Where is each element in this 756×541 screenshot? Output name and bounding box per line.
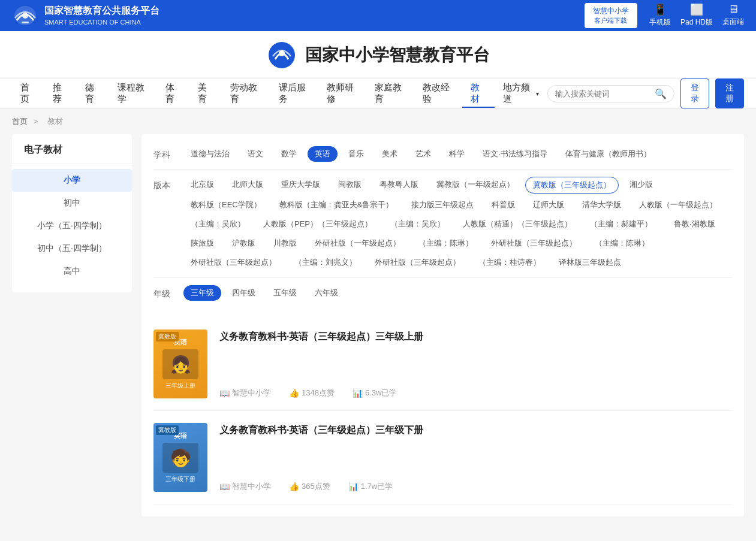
tag-wai1[interactable]: 外研社版（一年级起点） [308,235,408,251]
tag-pep3-ed[interactable]: （主编：吴欣） [383,216,452,232]
tag-liaoshi[interactable]: 辽师大版 [526,197,571,213]
nav-item-moral[interactable]: 德育 [77,79,109,108]
pad-icon: ⬜ [690,3,703,16]
tag-wai3[interactable]: 外研社版（三年级起点） [484,235,584,251]
nav-item-afterschool[interactable]: 课后服务 [270,79,318,108]
nav-item-textbook[interactable]: 教材 [462,79,495,108]
nav-item-labor[interactable]: 劳动教育 [222,79,270,108]
subject-label: 学科 [153,146,183,161]
tag-grade3[interactable]: 三年级 [183,285,221,301]
sidebar: 电子教材 小学 初中 小学（五·四学制） 初中（五·四学制） 高中 [12,134,132,292]
tag-qinghua[interactable]: 清华大学版 [575,197,628,213]
source-icon-1: 📖 [219,388,230,398]
tag-gong[interactable]: 教科版（主编：龚亚夫&鲁宗干） [272,197,401,213]
tag-ji1[interactable]: 冀教版（一年级起点） [429,177,522,194]
search-box: 🔍 [547,85,674,102]
register-button[interactable]: 注册 [715,78,744,108]
like-icon-1: 👍 [289,388,299,398]
search-input[interactable] [555,89,651,98]
main-content: 电子教材 小学 初中 小学（五·四学制） 初中（五·四学制） 高中 学科 道德与… [0,134,756,528]
tag-wai3b[interactable]: 外研社版（三年级起点） [183,255,284,270]
platform-logo-icon [267,40,297,70]
breadcrumb-current: 教材 [47,117,63,126]
tag-grade5[interactable]: 五年级 [266,285,304,301]
subject-tags: 道德与法治 语文 数学 英语 音乐 美术 艺术 科学 语文·书法练习指导 体育与… [183,146,732,162]
tag-kepu[interactable]: 科普版 [484,197,522,213]
tag-ren1-ed[interactable]: （主编：吴欣） [183,216,252,232]
tag-ren1[interactable]: 人教版（一年级起点） [632,197,724,213]
login-button[interactable]: 登录 [680,78,709,108]
tag-math[interactable]: 数学 [274,146,304,162]
nav-item-curriculum[interactable]: 课程教学 [109,79,157,108]
tag-calligraphy[interactable]: 语文·书法练习指导 [475,146,555,162]
tag-wai3-ed[interactable]: （主编：陈琳） [588,235,656,251]
sidebar-item-high[interactable]: 高中 [12,260,132,283]
search-icon[interactable]: 🔍 [655,88,667,99]
tag-english[interactable]: 英语 [308,146,338,162]
book-source-2: 📖 智慧中小学 [219,481,271,492]
tag-wai3c-ed[interactable]: （主编：桂诗春） [471,255,548,270]
subject-filter-row: 学科 道德与法治 语文 数学 英语 音乐 美术 艺术 科学 语文·书法练习指导 … [153,146,732,170]
book-title-2[interactable]: 义务教育教科书·英语（三年级起点）三年级下册 [219,423,732,437]
tag-pep3[interactable]: 人教版（PEP）（三年级起点） [256,216,379,232]
tag-wai3b-ed[interactable]: （主编：刘兆义） [287,255,364,270]
tag-min[interactable]: 闽教版 [331,177,369,194]
breadcrumb-home[interactable]: 首页 [12,117,28,126]
grade-tags: 三年级 四年级 五年级 六年级 [183,285,732,301]
tag-xiang[interactable]: 湘少版 [622,177,660,194]
book-likes-1: 👍 1348点赞 [289,388,335,398]
tag-jt3-ed[interactable]: （主编：郝建平） [583,216,659,232]
nav-bar: 首页 推荐 德育 课程教学 体育 美育 劳动教育 课后服务 教师研修 家庭教育 … [0,79,756,109]
tag-wai1-ed[interactable]: （主编：陈琳） [411,235,480,251]
nav-item-teacher[interactable]: 教师研修 [318,79,366,108]
tag-wai3c[interactable]: 外研社版（三年级起点） [368,255,468,270]
tag-grade4[interactable]: 四年级 [225,285,263,301]
tag-chuan[interactable]: 川教版 [266,235,304,251]
top-bar-right: 智慧中小学 客户端下载 📱 手机版 ⬜ Pad HD版 🖥 桌面端 [585,3,744,28]
tag-jt3[interactable]: 人教版（精通）（三年级起点） [456,216,579,232]
book-cover-1[interactable]: 英语 👧 三年级上册 冀教版 [153,330,207,398]
sidebar-item-primary-5-4[interactable]: 小学（五·四学制） [12,214,132,237]
tag-chinese[interactable]: 语文 [240,146,270,162]
book-list: 英语 👧 三年级上册 冀教版 义务教育教科书·英语（三年级起点）三年级上册 📖 … [153,318,732,504]
tag-moral[interactable]: 道德与法治 [183,146,237,162]
tag-bsd[interactable]: 北师大版 [225,177,270,194]
nav-item-recommend[interactable]: 推荐 [44,79,77,108]
nav-item-arts[interactable]: 美育 [189,79,222,108]
device-pad-link[interactable]: ⬜ Pad HD版 [680,3,713,28]
mobile-icon: 📱 [653,3,667,16]
breadcrumb: 首页 > 教材 [0,109,756,134]
sidebar-item-junior-5-4[interactable]: 初中（五·四学制） [12,237,132,260]
tag-lu-xiang[interactable]: 鲁教·湘教版 [667,216,722,232]
edition-filter-row: 版本 北京版 北师大版 重庆大学版 闽教版 粤教粤人版 冀教版（一年级起点） 冀… [153,177,732,278]
tag-pe[interactable]: 体育与健康（教师用书） [558,146,658,162]
tag-art[interactable]: 美术 [375,146,405,162]
nav-item-sports[interactable]: 体育 [157,79,189,108]
nav-item-home[interactable]: 首页 [12,79,44,108]
tag-arts[interactable]: 艺术 [408,146,438,162]
nav-item-family[interactable]: 家庭教育 [366,79,414,108]
tag-science[interactable]: 科学 [442,146,472,162]
nav-item-reform[interactable]: 教改经验 [414,79,462,108]
platform-bar: 国家中小学智慧教育平台 [0,31,756,79]
tag-ji3[interactable]: 冀教版（三年级起点） [525,177,619,194]
device-mobile-link[interactable]: 📱 手机版 [649,3,671,28]
book-title-1[interactable]: 义务教育教科书·英语（三年级起点）三年级上册 [219,330,732,344]
tag-yue[interactable]: 粤教粤人版 [372,177,426,194]
tag-music[interactable]: 音乐 [341,146,371,162]
tag-eec[interactable]: 教科版（EEC学院） [183,197,269,213]
device-desktop-link[interactable]: 🖥 桌面端 [722,3,744,28]
tag-cqu[interactable]: 重庆大学版 [274,177,327,194]
book-source-1: 📖 智慧中小学 [219,388,271,398]
tag-hu[interactable]: 沪教版 [225,235,263,251]
tag-yilin[interactable]: 译林版三年级起点 [552,255,628,270]
sidebar-item-junior[interactable]: 初中 [12,192,132,214]
book-cover-2[interactable]: 英语 🧒 三年级下册 冀教版 [153,423,207,492]
tag-jieli[interactable]: 接力版三年级起点 [404,197,481,213]
tag-beijing[interactable]: 北京版 [183,177,221,194]
download-button[interactable]: 智慧中小学 客户端下载 [585,3,637,28]
nav-item-local[interactable]: 地方频道 ▾ [495,79,547,108]
tag-shan[interactable]: 陕旅版 [183,235,221,251]
tag-grade6[interactable]: 六年级 [308,285,345,301]
sidebar-item-primary[interactable]: 小学 [12,169,132,192]
